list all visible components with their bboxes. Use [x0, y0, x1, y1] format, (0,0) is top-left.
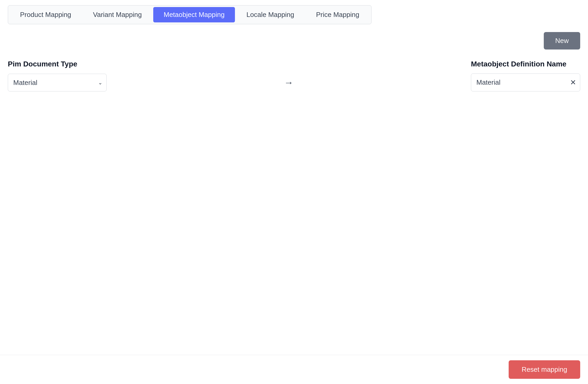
- tab-price-mapping[interactable]: Price Mapping: [306, 7, 370, 22]
- page-container: Product Mapping Variant Mapping Metaobje…: [0, 0, 588, 384]
- header-row: New: [8, 32, 580, 49]
- tab-variant-mapping[interactable]: Variant Mapping: [83, 7, 152, 22]
- mapping-headers: Pim Document Type Metaobject Definition …: [8, 60, 580, 68]
- tab-locale-mapping[interactable]: Locale Mapping: [236, 7, 305, 22]
- pim-document-type-label: Pim Document Type: [8, 60, 107, 68]
- reset-mapping-button[interactable]: Reset mapping: [509, 360, 580, 379]
- mapping-row: Material ⌄ → ✕: [8, 73, 580, 91]
- tab-metaobject-mapping[interactable]: Metaobject Mapping: [153, 7, 235, 22]
- pim-select-wrapper: Material ⌄: [8, 74, 107, 91]
- pim-document-type-select[interactable]: Material: [8, 74, 107, 91]
- footer: Reset mapping: [0, 355, 588, 384]
- arrow-icon: →: [112, 77, 466, 88]
- new-button[interactable]: New: [544, 32, 580, 49]
- metaobject-definition-name-input[interactable]: [471, 73, 580, 91]
- tab-product-mapping[interactable]: Product Mapping: [10, 7, 82, 22]
- metaobject-definition-name-label: Metaobject Definition Name: [471, 60, 580, 68]
- clear-icon[interactable]: ✕: [570, 79, 576, 86]
- metaobject-input-wrapper: ✕: [471, 73, 580, 91]
- tabs-container: Product Mapping Variant Mapping Metaobje…: [8, 5, 372, 24]
- content-area: Pim Document Type Metaobject Definition …: [8, 55, 580, 379]
